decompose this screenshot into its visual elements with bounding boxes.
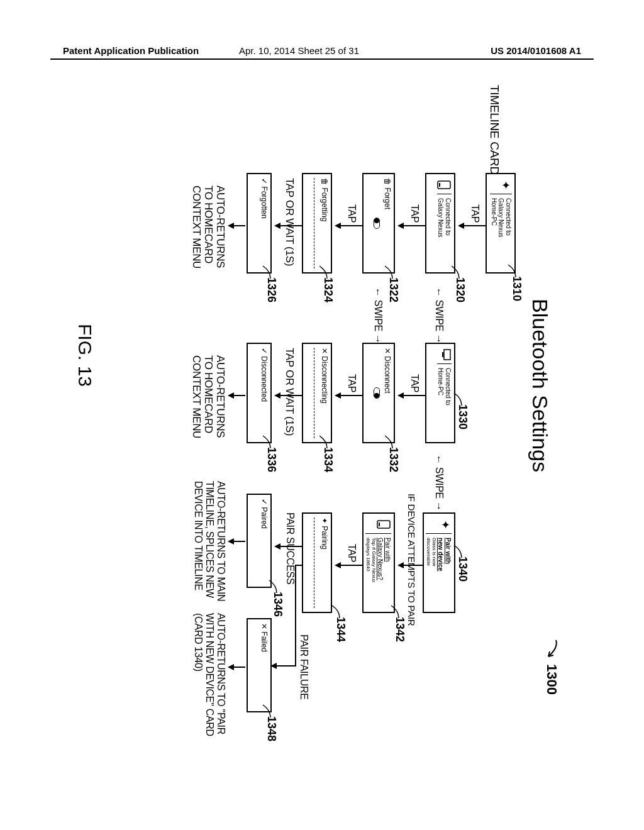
card-1348: ✕ Failed	[247, 618, 272, 712]
leader-1342	[389, 606, 400, 621]
check-icon: ✓	[260, 348, 269, 354]
leader-1334	[317, 436, 328, 451]
arrow-down-11	[333, 562, 362, 569]
card-1340: ✦ Pair with new device Glass is now disc…	[423, 512, 455, 613]
card-1322-text: Forget	[383, 187, 392, 209]
ref-1324: 1324	[321, 277, 335, 302]
leader-1320	[449, 266, 460, 281]
ref-1340: 1340	[456, 556, 469, 582]
ref-1344: 1344	[334, 617, 347, 642]
tap-label-1: TAP	[469, 204, 480, 223]
toggle-icon	[374, 218, 380, 229]
auto-return-2: AUTO-RETURNS TO HOMECARD CONTEXT MENU	[191, 355, 226, 438]
ref-1310: 1310	[510, 276, 523, 301]
arrow-down-14	[226, 663, 245, 671]
pair-failure-label: PAIR FAILURE	[298, 634, 309, 700]
ref-1322: 1322	[387, 277, 400, 302]
auto-return-main: AUTO-RETURNS TO MAIN TIMELINE, SPLICES N…	[192, 481, 226, 601]
ref-1332: 1332	[387, 447, 400, 472]
card-1340-sub: Glass is now discoverable	[426, 538, 437, 571]
tap-label-5: TAP	[346, 374, 357, 392]
bluetooth-icon: ✦	[320, 517, 329, 524]
trash-icon: 🗑	[383, 178, 392, 185]
bluetooth-icon: ✦	[499, 178, 512, 192]
arrow-down-6	[396, 392, 425, 399]
ref-1330: 1330	[456, 404, 469, 429]
card-1330-text: Connected to Home-PC	[437, 363, 452, 406]
svg-rect-7	[444, 350, 450, 360]
svg-rect-8	[442, 352, 443, 357]
arrow-down-2	[396, 222, 425, 230]
check-icon: ✓	[260, 178, 269, 184]
card-1326-text: Forgotten	[260, 186, 269, 218]
card-1334-text: Disconnecting	[320, 356, 329, 403]
timeline-card-label: TIMELINE CARD	[487, 85, 501, 175]
arrow-down-7	[333, 392, 362, 399]
card-1344-text: Pairing	[320, 526, 329, 549]
card-1326: ✓ Forgotten	[247, 173, 272, 274]
leader-1330	[452, 393, 463, 408]
x-icon: ✕	[320, 348, 329, 354]
card-1320: Connected to Galaxy Nexus	[425, 173, 455, 274]
phone-icon	[435, 178, 452, 192]
leader-1324	[317, 266, 328, 281]
x-icon: ✕	[260, 623, 269, 629]
leader-1340	[452, 545, 463, 560]
figure-number-text: 1300	[544, 664, 560, 695]
ref-1320: 1320	[453, 277, 467, 302]
ref-1348: 1348	[265, 716, 278, 741]
arrow-down-13	[226, 538, 245, 545]
svg-rect-2	[439, 183, 440, 187]
arrow-down-9	[226, 392, 245, 399]
card-1310: ✦ Connected to Galaxy Nexus Home-PC	[486, 173, 516, 274]
trash-icon: 🗑	[320, 178, 329, 185]
card-1334: ✕ Disconnecting	[302, 343, 332, 443]
figure-number: 1300	[543, 639, 560, 695]
leader-1344	[330, 606, 341, 621]
tap-label-3: TAP	[346, 204, 357, 223]
leader-1310	[506, 265, 517, 280]
card-1332-text: Disconnect	[383, 356, 392, 393]
leader-1332	[382, 436, 394, 451]
arrow-down-4	[273, 222, 302, 230]
card-1346: ✓ Paired	[247, 494, 272, 588]
x-icon: ✕	[383, 348, 392, 354]
card-1344: ✦ Pairing	[302, 512, 332, 613]
arrow-down-5	[226, 222, 245, 230]
header-center: Apr. 10, 2014 Sheet 25 of 31	[239, 45, 359, 56]
header-left: Patent Application Publication	[63, 45, 199, 56]
leader-1326	[260, 266, 272, 281]
card-1324: 🗑 Forgetting	[302, 173, 332, 274]
swipe-label-3: ← SWIPE →	[433, 455, 445, 511]
card-1348-text: Failed	[260, 631, 269, 652]
swipe-label-2: ← SWIPE →	[372, 287, 384, 344]
arrow-down-3	[333, 222, 362, 230]
leader-1322	[382, 266, 394, 281]
auto-return-1: AUTO-RETURNS TO HOMECARD CONTEXT MENU	[191, 185, 226, 268]
leader-1336	[260, 436, 272, 451]
svg-rect-15	[379, 523, 380, 526]
header-right: US 2014/0101608 A1	[491, 45, 581, 56]
arrow-curve-icon	[545, 639, 558, 660]
header-rule	[50, 58, 594, 60]
card-1336-text: Disconnected	[260, 356, 269, 402]
card-1342-title: Pair with Galaxy Nexus?	[377, 538, 391, 582]
tap-label-2: TAP	[409, 204, 420, 223]
ref-1334: 1334	[321, 447, 335, 472]
figure-caption: FIG. 13	[74, 324, 96, 387]
check-icon: ✓	[260, 499, 269, 505]
card-1322: 🗑 Forget	[362, 173, 395, 274]
swipe-label-1: ← SWIPE →	[433, 287, 445, 344]
leader-1348	[260, 705, 272, 720]
card-1336: ✓ Disconnected	[247, 343, 272, 443]
card-1346-text: Paired	[260, 507, 269, 529]
card-1342: Pair with Galaxy Nexus? Tap if Galaxy Ne…	[362, 512, 395, 613]
card-1324-text: Forgetting	[320, 187, 329, 221]
arrow-down-12	[273, 543, 302, 550]
ref-1342: 1342	[393, 617, 406, 642]
fork-line	[270, 565, 302, 678]
card-1342-sub: Tap if Galaxy Nexus displays 18640	[365, 538, 377, 582]
arrow-down-1	[457, 222, 486, 230]
card-1320-text: Connected to Galaxy Nexus	[437, 194, 452, 237]
card-1310-text: Connected to Galaxy Nexus Home-PC	[491, 194, 513, 237]
